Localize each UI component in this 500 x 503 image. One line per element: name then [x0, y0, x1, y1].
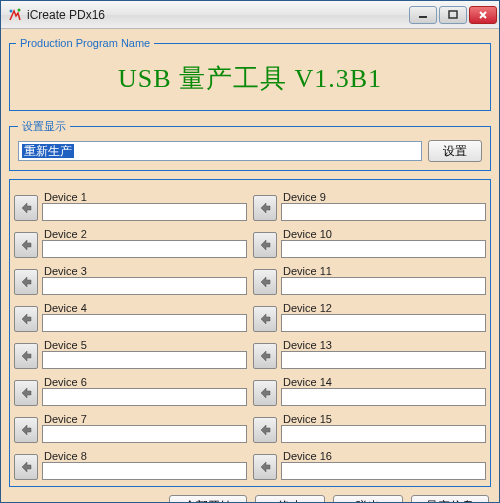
device-label: Device 4	[42, 302, 247, 314]
svg-point-1	[18, 8, 21, 11]
minimize-button[interactable]	[409, 6, 437, 24]
device-label: Device 15	[281, 413, 486, 425]
device-input[interactable]	[42, 462, 247, 480]
maximize-button[interactable]	[439, 6, 467, 24]
arrow-left-icon[interactable]	[253, 232, 277, 258]
device-input[interactable]	[42, 388, 247, 406]
device-label: Device 7	[42, 413, 247, 425]
program-name-group: Production Program Name USB 量产工具 V1.3B1	[9, 37, 491, 111]
device-label: Device 16	[281, 450, 486, 462]
arrow-left-icon[interactable]	[14, 306, 38, 332]
device-label: Device 2	[42, 228, 247, 240]
arrow-left-icon[interactable]	[253, 306, 277, 332]
device-label: Device 9	[281, 191, 486, 203]
device-body: Device 14	[281, 376, 486, 406]
device-input[interactable]	[42, 203, 247, 221]
arrow-left-icon[interactable]	[253, 195, 277, 221]
device-input[interactable]	[42, 425, 247, 443]
device-body: Device 2	[42, 228, 247, 258]
device-row: Device 9	[253, 186, 486, 223]
device-row: Device 11	[253, 260, 486, 297]
settings-group: 设置显示 重新生产 设置	[9, 119, 491, 171]
device-row: Device 3	[14, 260, 247, 297]
device-input[interactable]	[42, 351, 247, 369]
svg-point-0	[10, 9, 13, 12]
device-row: Device 8	[14, 445, 247, 482]
start-all-button[interactable]: 全部开始	[169, 495, 247, 502]
device-grid: Device 1Device 2Device 3Device 4Device 5…	[9, 179, 491, 487]
device-input[interactable]	[281, 462, 486, 480]
device-input[interactable]	[281, 425, 486, 443]
arrow-left-icon[interactable]	[253, 380, 277, 406]
arrow-left-icon[interactable]	[14, 343, 38, 369]
device-row: Device 6	[14, 371, 247, 408]
device-column-left: Device 1Device 2Device 3Device 4Device 5…	[14, 186, 247, 482]
settings-legend: 设置显示	[18, 119, 70, 134]
device-input[interactable]	[42, 314, 247, 332]
device-body: Device 1	[42, 191, 247, 221]
device-body: Device 9	[281, 191, 486, 221]
svg-rect-3	[449, 11, 457, 18]
device-input[interactable]	[281, 388, 486, 406]
device-row: Device 16	[253, 445, 486, 482]
device-input[interactable]	[281, 277, 486, 295]
device-label: Device 11	[281, 265, 486, 277]
device-row: Device 2	[14, 223, 247, 260]
device-label: Device 5	[42, 339, 247, 351]
device-label: Device 8	[42, 450, 247, 462]
device-body: Device 13	[281, 339, 486, 369]
arrow-left-icon[interactable]	[14, 195, 38, 221]
device-row: Device 1	[14, 186, 247, 223]
settings-input[interactable]: 重新生产	[18, 141, 422, 161]
app-window: iCreate PDx16 Production Program Name US…	[0, 0, 500, 503]
device-input[interactable]	[281, 203, 486, 221]
device-label: Device 10	[281, 228, 486, 240]
device-input[interactable]	[281, 351, 486, 369]
device-label: Device 13	[281, 339, 486, 351]
device-input[interactable]	[42, 240, 247, 258]
banner: USB 量产工具 V1.3B1	[16, 53, 484, 106]
window-title: iCreate PDx16	[27, 8, 409, 22]
device-row: Device 15	[253, 408, 486, 445]
device-row: Device 10	[253, 223, 486, 260]
titlebar: iCreate PDx16	[1, 1, 499, 29]
device-row: Device 7	[14, 408, 247, 445]
device-row: Device 4	[14, 297, 247, 334]
arrow-left-icon[interactable]	[253, 417, 277, 443]
arrow-left-icon[interactable]	[253, 269, 277, 295]
device-body: Device 7	[42, 413, 247, 443]
client-area: Production Program Name USB 量产工具 V1.3B1 …	[1, 29, 499, 502]
device-body: Device 11	[281, 265, 486, 295]
device-row: Device 5	[14, 334, 247, 371]
window-controls	[409, 6, 497, 24]
close-button[interactable]	[469, 6, 497, 24]
footer-buttons: 全部开始 终止 弹出 量产信息	[9, 491, 491, 502]
device-body: Device 3	[42, 265, 247, 295]
device-input[interactable]	[281, 240, 486, 258]
device-body: Device 16	[281, 450, 486, 480]
arrow-left-icon[interactable]	[253, 454, 277, 480]
device-body: Device 8	[42, 450, 247, 480]
device-label: Device 1	[42, 191, 247, 203]
device-label: Device 14	[281, 376, 486, 388]
arrow-left-icon[interactable]	[14, 417, 38, 443]
arrow-left-icon[interactable]	[14, 380, 38, 406]
eject-button[interactable]: 弹出	[333, 495, 403, 502]
arrow-left-icon[interactable]	[14, 232, 38, 258]
device-body: Device 12	[281, 302, 486, 332]
device-input[interactable]	[281, 314, 486, 332]
program-name-legend: Production Program Name	[16, 37, 154, 49]
device-body: Device 4	[42, 302, 247, 332]
device-row: Device 12	[253, 297, 486, 334]
settings-button[interactable]: 设置	[428, 140, 482, 162]
device-input[interactable]	[42, 277, 247, 295]
device-row: Device 13	[253, 334, 486, 371]
mp-info-button[interactable]: 量产信息	[411, 495, 489, 502]
banner-text: USB 量产工具 V1.3B1	[118, 64, 382, 93]
arrow-left-icon[interactable]	[14, 269, 38, 295]
device-label: Device 3	[42, 265, 247, 277]
arrow-left-icon[interactable]	[253, 343, 277, 369]
stop-button[interactable]: 终止	[255, 495, 325, 502]
device-body: Device 15	[281, 413, 486, 443]
arrow-left-icon[interactable]	[14, 454, 38, 480]
